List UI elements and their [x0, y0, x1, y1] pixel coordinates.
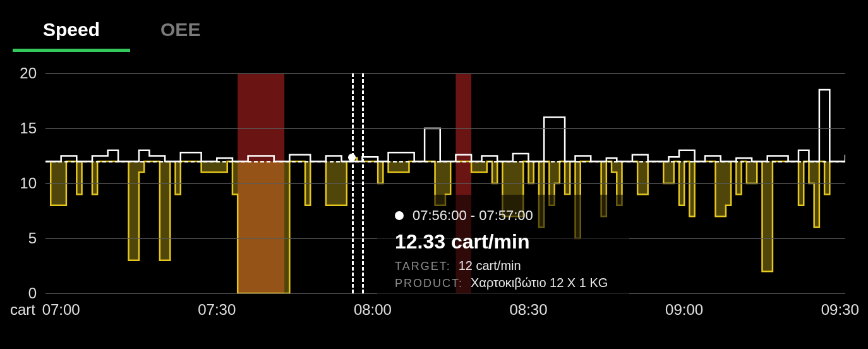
- tooltip-time-range: 07:56:00 - 07:57:00: [413, 207, 533, 224]
- x-tick-label: 07:30: [198, 301, 236, 319]
- y-axis-unit: cart: [10, 301, 35, 319]
- tooltip-product-value: Χαρτοκιβώτιο 12 Χ 1 KG: [471, 276, 608, 290]
- x-tick-label: 09:30: [821, 301, 859, 319]
- tooltip-product-label: PRODUCT:: [395, 277, 463, 290]
- cursor-line: [352, 73, 354, 293]
- y-tick-label: 0: [0, 285, 37, 302]
- grid-line: [45, 128, 845, 129]
- grid-line: [45, 73, 845, 74]
- x-tick-label: 09:00: [665, 301, 703, 319]
- tooltip-target-value: 12 cart/min: [459, 259, 521, 273]
- x-tick-label: 08:30: [510, 301, 548, 319]
- tooltip-value: 12.33 cart/min: [395, 230, 608, 254]
- y-tick-label: 10: [0, 174, 37, 192]
- y-tick-label: 5: [0, 230, 37, 247]
- y-tick-label: 15: [0, 119, 37, 137]
- cursor-dot: [348, 154, 356, 161]
- x-tick-label: 07:00: [42, 301, 80, 319]
- tabs: Speed OEE: [13, 19, 231, 52]
- cursor-line-secondary: [362, 73, 364, 293]
- grid-line: [45, 183, 845, 184]
- max-line: [45, 90, 845, 161]
- tooltip: 07:56:00 - 07:57:00 12.33 cart/min TARGE…: [377, 195, 629, 303]
- x-tick-label: 08:00: [354, 301, 392, 319]
- y-tick-label: 20: [0, 64, 37, 82]
- tab-oee[interactable]: OEE: [130, 19, 231, 52]
- legend-dot-icon: [395, 211, 404, 220]
- tab-speed[interactable]: Speed: [13, 19, 130, 52]
- speed-chart[interactable]: 05101520 07:0007:3008:0008:3009:0009:30 …: [45, 73, 845, 293]
- target-line: [45, 161, 845, 162]
- tooltip-target-label: TARGET:: [395, 260, 451, 273]
